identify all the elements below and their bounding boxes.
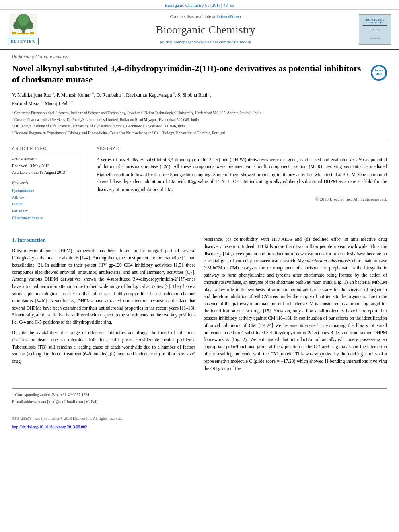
issn-text: 0045-2068/$ – see front matter © 2013 El… — [12, 416, 122, 421]
journal-title: Bioorganic Chemistry — [156, 22, 255, 37]
journal-footer: 0045-2068/$ – see front matter © 2013 El… — [0, 414, 399, 424]
journal-reference-bar: Bioorganic Chemistry 51 (2013) 48–53 — [0, 0, 399, 10]
svg-rect-8 — [17, 33, 29, 34]
article-history: Article history: Received 13 May 2013 Av… — [12, 156, 82, 175]
keyword-palladium: Palladium — [12, 207, 82, 214]
available-date: Available online 19 August 2013 — [12, 170, 82, 175]
section-label: Preliminary Communications — [12, 54, 387, 60]
svg-point-4 — [13, 21, 20, 29]
introduction-section: 1. Introduction Dihydropyrimidinone (DHP… — [12, 232, 387, 375]
elsevier-logo: ELSEVIER — [8, 14, 39, 45]
journal-cover-image: BIO-ORGANICCHEMISTRY ⊿B + C— — — — [355, 14, 391, 45]
email-note: E-mail address: manojitpal@rediffmail.co… — [12, 399, 387, 405]
abstract-column: ABSTRACT A series of novel alkynyl subst… — [97, 146, 387, 226]
svg-point-3 — [18, 14, 29, 26]
received-date: Received 13 May 2013 — [12, 163, 82, 169]
svg-point-5 — [27, 21, 33, 29]
elsevier-wordmark: ELSEVIER — [8, 38, 39, 45]
history-label: Article history: — [12, 156, 82, 162]
article-body-top: ARTICLE INFO Article history: Received 1… — [12, 141, 387, 226]
journal-ref-text: Bioorganic Chemistry 51 (2013) 48–53 — [165, 3, 234, 8]
article-info-heading: ARTICLE INFO — [12, 146, 82, 153]
journal-homepage: journal homepage: www.elsevier.com/locat… — [160, 39, 251, 45]
svg-rect-6 — [12, 32, 16, 34]
abstract-copyright: © 2013 Elsevier Inc. All rights reserved… — [97, 196, 387, 202]
sciencedirect-link[interactable]: ScienceDirect — [216, 14, 241, 19]
crossmark-badge-area: Cross Mark — [371, 65, 387, 81]
elsevier-logo-area: ELSEVIER — [8, 14, 56, 45]
cover-formula-text: ⊿B + C— — — — [370, 29, 380, 40]
keyword-pyrimidinone: Pyrimidinone — [12, 187, 82, 194]
svg-text:Mark: Mark — [376, 72, 382, 75]
main-content: Preliminary Communications Cross Mark No… — [0, 50, 399, 414]
elsevier-tree-icon — [9, 14, 37, 36]
intro-heading: 1. Introduction — [12, 236, 195, 244]
intro-right-col: resistance, (c) co-morbidity with HIV-AI… — [204, 236, 387, 375]
keyword-alkyne: Alkyne — [12, 194, 82, 201]
abstract-text: A series of novel alkynyl substituted 3,… — [97, 156, 387, 193]
crossmark-icon: Cross Mark — [372, 66, 386, 80]
affiliation-c: c Dr Reddy's Institute of Life Sciences,… — [12, 123, 387, 129]
corresponding-author-note: * Corresponding author. Fax: +91 40 6657… — [12, 392, 387, 398]
affiliation-b: b Custom Pharmaceutical Services, Dr. Re… — [12, 117, 387, 123]
affiliations: a Center for Pharmaceutical Sciences, In… — [12, 110, 387, 136]
cover-thumbnail: BIO-ORGANICCHEMISTRY ⊿B + C— — — — [359, 14, 391, 45]
abstract-heading: ABSTRACT — [97, 146, 387, 153]
keyword-iodine: Iodine — [12, 201, 82, 207]
doi-link[interactable]: http://dx.doi.org/10.1016/j.bioorg.2013.… — [12, 425, 87, 429]
footnote-divider — [12, 388, 387, 389]
intro-two-col: 1. Introduction Dihydropyrimidinone (DHP… — [12, 236, 387, 375]
intro-para1: Dihydropyrimidinone (DHPM) framework has… — [12, 247, 195, 326]
intro-para3: resistance, (c) co-morbidity with HIV-AI… — [204, 236, 387, 372]
doi-line: http://dx.doi.org/10.1016/j.bioorg.2013.… — [0, 424, 399, 434]
affiliation-d: d Doctoral Program in Experimental Biolo… — [12, 130, 387, 136]
keywords-label: Keywords: — [12, 180, 82, 186]
article-title: Novel alkynyl substituted 3,4-dihydropyr… — [12, 63, 387, 86]
journal-header-center: Contents lists available at ScienceDirec… — [60, 14, 351, 45]
crossmark-badge: Cross Mark — [371, 65, 387, 81]
authors-line: V. Mallikarjuna Rao a, P. Mahesh Kumar b… — [12, 90, 387, 107]
title-area: Cross Mark Novel alkynyl substituted 3,4… — [12, 63, 387, 86]
intro-para2: Despite the availability of a range of e… — [12, 329, 195, 365]
intro-left-col: 1. Introduction Dihydropyrimidinone (DHP… — [12, 236, 195, 375]
svg-text:Cross: Cross — [375, 69, 383, 72]
cover-divider — [363, 25, 387, 26]
footnotes: * Corresponding author. Fax: +91 40 6657… — [12, 382, 387, 405]
keywords-section: Keywords: Pyrimidinone Alkyne Iodine Pal… — [12, 180, 82, 221]
keywords-list: Pyrimidinone Alkyne Iodine Palladium Cho… — [12, 187, 82, 221]
keyword-chorismate: Chorismate mutase — [12, 214, 82, 221]
cover-title-text: BIO-ORGANICCHEMISTRY — [365, 18, 385, 24]
article-info-column: ARTICLE INFO Article history: Received 1… — [12, 146, 88, 226]
journal-header: ELSEVIER Contents lists available at Sci… — [0, 10, 399, 50]
sciencedirect-line: Contents lists available at ScienceDirec… — [170, 14, 241, 20]
svg-rect-7 — [30, 32, 34, 34]
affiliation-a: a Center for Pharmaceutical Sciences, In… — [12, 110, 387, 116]
